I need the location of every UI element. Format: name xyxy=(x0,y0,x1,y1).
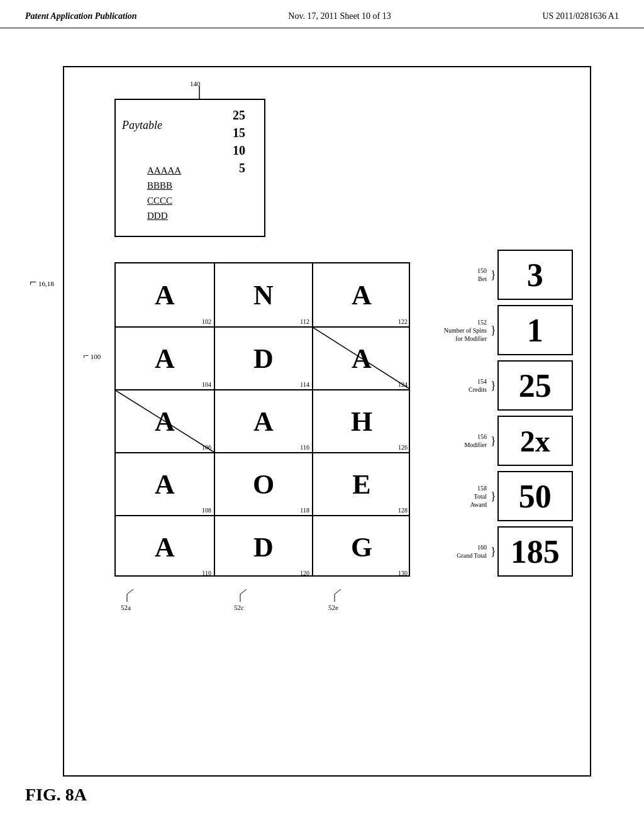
ref-110: 110 xyxy=(202,570,211,577)
paytable-num-3: 10 xyxy=(233,141,245,159)
symbol-130: G xyxy=(351,531,372,563)
symbol-104: A xyxy=(155,343,175,375)
ref-140: 140 xyxy=(190,80,201,87)
info-panel: 150 Bet } 3 152 Number of Spinsfor Modif… xyxy=(433,250,577,582)
bet-label: Bet xyxy=(433,275,487,283)
grand-total-bracket: } xyxy=(491,545,496,558)
ref-126: 126 xyxy=(398,444,408,451)
cell-2-0: A 106 xyxy=(116,390,214,452)
total-award-value: 50 xyxy=(519,478,552,515)
ref-102: 102 xyxy=(202,318,211,325)
symbol-118: O xyxy=(253,468,274,501)
ref-100: ⌐ 100 xyxy=(83,350,101,362)
cell-2-2: H 126 xyxy=(313,390,410,452)
machine-border: 140 25 15 10 5 Paytable AAAAA BBBB CCCC … xyxy=(63,66,591,777)
svg-line-5 xyxy=(127,589,133,594)
modifier-label-area: 156 Modifier xyxy=(433,433,489,449)
ref-104: 104 xyxy=(202,381,211,388)
cell-3-2: E 128 xyxy=(313,453,410,515)
credits-label: Credits xyxy=(433,385,487,394)
reel-col-label-52a: 52a xyxy=(121,604,131,611)
col-labels-svg xyxy=(114,589,416,614)
ref-106: 106 xyxy=(202,444,211,451)
cell-4-2: G 130 xyxy=(313,516,410,578)
total-award-label-area: 158 TotalAward xyxy=(433,484,489,509)
symbol-114: D xyxy=(253,343,274,375)
total-award-bracket: } xyxy=(491,490,496,503)
ref-154: 154 xyxy=(433,377,487,385)
cell-1-2: A 124 xyxy=(313,328,410,389)
ref-120: 120 xyxy=(300,570,309,577)
spins-value: 1 xyxy=(527,312,543,349)
modifier-bracket: } xyxy=(491,434,496,448)
cell-4-1: D 120 xyxy=(215,516,312,578)
credits-bracket: } xyxy=(491,379,496,392)
header-left: Patent Application Publication xyxy=(25,11,137,21)
reel-col-label-52e: 52e xyxy=(328,604,338,611)
symbol-106: A xyxy=(155,406,175,438)
cell-0-0: A 102 xyxy=(116,263,214,326)
info-row-total-award: 158 TotalAward } 50 xyxy=(433,471,577,521)
cell-4-0: A 110 xyxy=(116,516,214,578)
header-right: US 2011/0281636 A1 xyxy=(542,11,619,21)
credits-value-box: 25 xyxy=(497,360,573,411)
ref-108: 108 xyxy=(202,507,211,514)
paytable-numbers: 25 15 10 5 xyxy=(233,106,245,177)
paytable-item-4: DDD xyxy=(147,208,181,223)
ref-158: 158 xyxy=(433,484,487,492)
credits-label-area: 154 Credits xyxy=(433,377,489,394)
paytable-num-4: 5 xyxy=(233,159,245,177)
total-award-label: TotalAward xyxy=(433,492,487,509)
header-center: Nov. 17, 2011 Sheet 10 of 13 xyxy=(288,11,391,21)
ref-152: 152 xyxy=(433,318,487,326)
info-row-credits: 154 Credits } 25 xyxy=(433,360,577,411)
grand-total-label: Grand Total xyxy=(433,551,487,560)
bet-value: 3 xyxy=(527,257,543,294)
symbol-112: N xyxy=(253,279,274,311)
paytable-num-2: 15 xyxy=(233,124,245,141)
ref-116: 116 xyxy=(300,444,309,451)
symbol-122: A xyxy=(352,279,372,311)
paytable-item-2: BBBB xyxy=(147,178,181,193)
page-header: Patent Application Publication Nov. 17, … xyxy=(0,0,644,28)
paytable-item-1: AAAAA xyxy=(147,163,181,178)
grand-total-value: 185 xyxy=(511,533,560,570)
spins-value-box: 1 xyxy=(497,305,573,355)
spins-label-area: 152 Number of Spinsfor Modifier xyxy=(433,318,489,343)
ref-156: 156 xyxy=(433,433,487,441)
symbol-124: A xyxy=(352,343,372,375)
ref-114: 114 xyxy=(300,381,309,388)
bet-label-area: 150 Bet xyxy=(433,267,489,283)
bet-bracket: } xyxy=(491,268,496,282)
reel-grid: A 102 N 112 A 122 A 104 D 11 xyxy=(114,262,410,577)
modifier-value-box: 2x xyxy=(497,416,573,466)
info-row-spins: 152 Number of Spinsfor Modifier } 1 xyxy=(433,305,577,355)
symbol-126: H xyxy=(351,406,372,438)
total-award-value-box: 50 xyxy=(497,471,573,521)
info-row-grand-total: 160 Grand Total } 185 xyxy=(433,526,577,577)
symbol-128: E xyxy=(352,468,370,501)
ref-130: 130 xyxy=(398,570,408,577)
ref-160: 160 xyxy=(433,543,487,551)
cell-0-2: A 122 xyxy=(313,263,410,326)
symbol-108: A xyxy=(155,468,175,501)
ref-128: 128 xyxy=(398,507,408,514)
symbol-120: D xyxy=(253,531,274,563)
spins-bracket: } xyxy=(491,324,496,337)
ref-118: 118 xyxy=(300,507,309,514)
paytable-num-1: 25 xyxy=(233,106,245,124)
cell-3-0: A 108 xyxy=(116,453,214,515)
ref-150: 150 xyxy=(433,267,487,275)
paytable-label: Paytable xyxy=(122,119,162,132)
grand-total-value-box: 185 xyxy=(497,526,573,577)
fig-label: FIG. 8A xyxy=(25,785,87,805)
modifier-value: 2x xyxy=(520,424,550,458)
cell-3-1: O 118 xyxy=(215,453,312,515)
reel-col-label-52c: 52c xyxy=(234,604,244,611)
ref-124: 124 xyxy=(398,381,408,388)
cell-2-1: A 116 xyxy=(215,390,312,452)
paytable-box: 25 15 10 5 Paytable AAAAA BBBB CCCC DDD xyxy=(114,99,265,237)
svg-line-7 xyxy=(240,589,247,594)
ref-112: 112 xyxy=(300,318,309,325)
credits-value: 25 xyxy=(519,367,552,404)
